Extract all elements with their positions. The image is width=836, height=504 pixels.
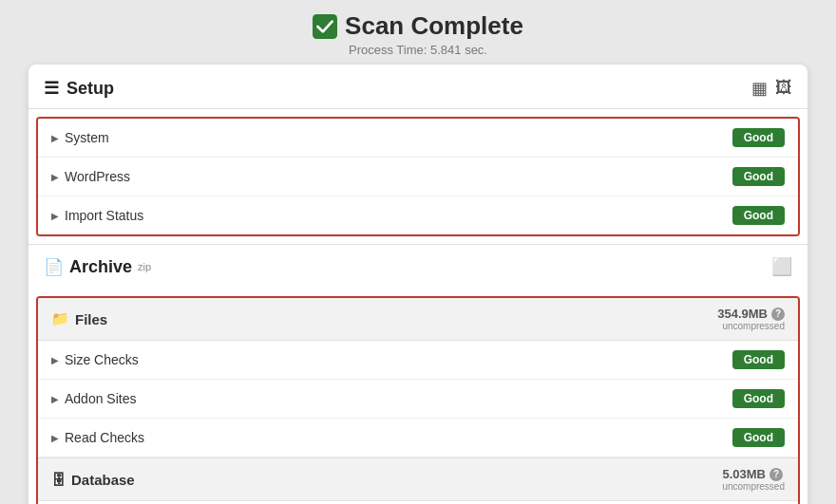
barcode-icon: ▦ [751,78,768,99]
import-status-row[interactable]: ▶ Import Status Good [38,196,798,234]
setup-bordered-area: ▶ System Good ▶ WordPress Good ▶ Import … [36,117,800,236]
database-section-header: 🗄 Database 5.03MB ? uncompressed [38,457,798,501]
archive-title: 📄 Archive zip [44,257,151,277]
files-section-header: 📁 Files 354.9MB ? uncompressed [38,298,798,341]
process-time: Process Time: 5.841 sec. [313,43,523,57]
system-row[interactable]: ▶ System Good [38,119,798,158]
setup-rows: ▶ System Good ▶ WordPress Good ▶ Import … [38,119,798,234]
chevron-icon: ▶ [51,133,59,143]
chevron-icon: ▶ [51,211,59,221]
svg-rect-0 [313,14,337,39]
files-help-icon[interactable]: ? [771,308,785,321]
wordpress-label: ▶ WordPress [51,169,130,184]
import-status-badge[interactable]: Good [732,206,785,225]
page-header: Scan Complete Process Time: 5.841 sec. [313,0,523,65]
import-status-label: ▶ Import Status [51,208,143,223]
addon-sites-status-badge[interactable]: Good [732,389,785,408]
wordpress-row[interactable]: ▶ WordPress Good [38,158,798,196]
size-checks-label: ▶ Size Checks [51,352,139,367]
database-title: 🗄 Database [51,472,135,488]
archive-badge: zip [138,261,151,272]
archive-doc-icon: 📄 [44,257,64,277]
files-title: 📁 Files [51,310,107,327]
size-checks-status-badge[interactable]: Good [732,350,785,369]
files-size-info: 354.9MB ? uncompressed [717,307,785,331]
setup-section-header: ☰ Setup ▦ 🖼 [28,65,808,109]
scan-complete-title: Scan Complete [313,11,523,41]
main-card: ☰ Setup ▦ 🖼 ▶ System Good ▶ WordPress [28,65,808,504]
image-icon: 🖼 [775,78,792,99]
system-label: ▶ System [51,130,109,145]
read-checks-status-badge[interactable]: Good [732,428,785,447]
system-status-badge[interactable]: Good [732,128,785,147]
setup-icons: ▦ 🖼 [751,78,792,99]
size-checks-row[interactable]: ▶ Size Checks Good [38,341,798,380]
addon-sites-label: ▶ Addon Sites [51,391,137,406]
files-db-bordered-area: 📁 Files 354.9MB ? uncompressed ▶ Size Ch… [36,296,800,504]
read-checks-row[interactable]: ▶ Read Checks Good [38,419,798,457]
chevron-icon: ▶ [51,355,59,365]
database-size-info: 5.03MB ? uncompressed [722,467,785,492]
window-icon: ⬜ [771,256,792,277]
folder-icon: 📁 [51,310,69,327]
chevron-icon: ▶ [51,433,59,443]
chevron-icon: ▶ [51,172,59,182]
database-icon: 🗄 [51,472,66,488]
list-icon: ☰ [44,78,59,99]
archive-section: 📄 Archive zip ⬜ [28,244,808,290]
wordpress-status-badge[interactable]: Good [732,167,785,186]
addon-sites-row[interactable]: ▶ Addon Sites Good [38,380,798,419]
setup-title: ☰ Setup [44,78,114,99]
database-help-icon[interactable]: ? [770,468,783,481]
archive-header: 📄 Archive zip ⬜ [44,256,792,277]
read-checks-label: ▶ Read Checks [51,430,144,445]
chevron-icon: ▶ [51,394,59,404]
check-icon [313,14,337,39]
